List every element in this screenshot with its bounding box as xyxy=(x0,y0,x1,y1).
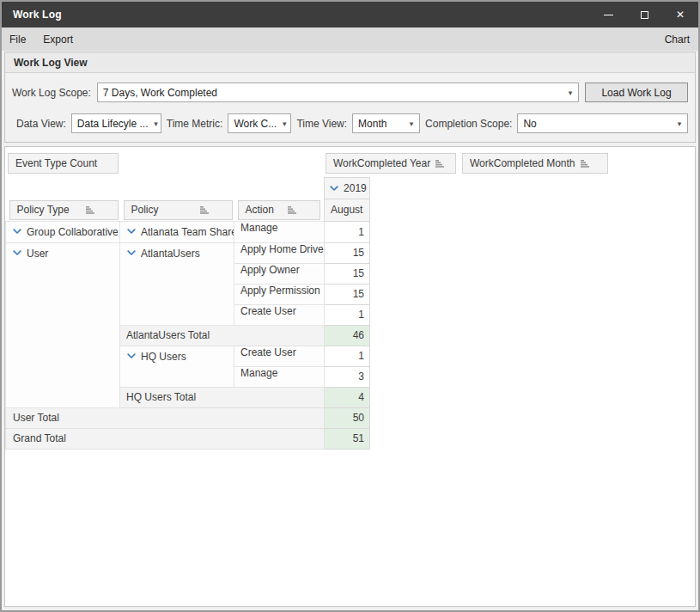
row-header-label: HQ Users xyxy=(141,351,186,363)
dropdown-arrow-icon: ▾ xyxy=(672,119,687,128)
row-header-label: User xyxy=(27,248,48,260)
data-view-value: Data Lifecyle ... xyxy=(77,118,149,130)
pivot-table: 2019 Policy Type Policy xyxy=(5,177,370,450)
row-header-label: AtlantaUsers xyxy=(141,248,200,260)
value-cell: 15 xyxy=(325,263,370,284)
work-log-view-panel: Work Log View Work Log Scope: 7 Days, Wo… xyxy=(4,52,696,143)
close-icon: ✕ xyxy=(676,9,685,21)
menu-item-file[interactable]: File xyxy=(2,34,34,46)
sort-bars-icon xyxy=(435,160,445,168)
row-header-action: Create User xyxy=(234,304,325,325)
column-header-2019: 2019 xyxy=(325,178,370,199)
collapse-chevron-icon[interactable] xyxy=(127,250,136,256)
data-field-label: Event Type Count xyxy=(15,157,97,169)
total-row-label: HQ Users Total xyxy=(120,387,325,407)
dropdown-arrow-icon: ▾ xyxy=(404,119,419,128)
completion-scope-combobox[interactable]: No ▾ xyxy=(517,113,688,133)
value-cell: 1 xyxy=(325,304,370,325)
row-header-group-collaborative: Group Collaborative xyxy=(6,221,120,242)
maximize-button[interactable] xyxy=(626,2,662,28)
scope-label: Work Log Scope: xyxy=(12,87,91,99)
load-work-log-button[interactable]: Load Work Log xyxy=(585,83,688,102)
maximize-icon xyxy=(641,11,648,19)
row-header-label: Atlanata Team Share xyxy=(141,226,234,238)
collapse-year-chevron-icon[interactable] xyxy=(330,186,338,192)
time-view-label: Time View: xyxy=(296,118,347,130)
table-row-total: User Total 50 xyxy=(6,407,370,428)
row-header-user: User xyxy=(6,242,120,407)
column-field-button-workcompleted-year[interactable]: WorkCompleted Year xyxy=(326,153,456,174)
row-header-label: Group Collaborative xyxy=(27,226,119,238)
pivot-grid-panel: Event Type Count WorkCompleted Year Work… xyxy=(4,146,696,607)
value-cell: 1 xyxy=(325,346,370,366)
collapse-chevron-icon[interactable] xyxy=(127,229,136,235)
total-value-cell: 50 xyxy=(325,407,370,428)
column-field-label: WorkCompleted Year xyxy=(333,157,430,169)
minimize-button[interactable] xyxy=(590,2,626,28)
dropdown-arrow-icon: ▾ xyxy=(277,119,291,128)
data-view-combobox[interactable]: Data Lifecyle ... ▾ xyxy=(71,113,161,133)
sort-bars-icon xyxy=(200,206,210,214)
panel-title: Work Log View xyxy=(5,52,695,73)
time-metric-label: Time Metric: xyxy=(167,118,223,130)
data-field-button-event-type-count[interactable]: Event Type Count xyxy=(8,153,119,174)
completion-scope-value: No xyxy=(523,118,536,130)
scope-value: 7 Days, Work Completed xyxy=(103,87,217,99)
close-button[interactable]: ✕ xyxy=(662,2,698,28)
row-field-button-action[interactable]: Action xyxy=(238,200,321,220)
value-cell: 15 xyxy=(325,242,370,263)
value-cell: 1 xyxy=(325,221,370,242)
sort-bars-icon xyxy=(288,206,297,214)
table-row-total: Grand Total 51 xyxy=(6,428,370,449)
dropdown-arrow-icon: ▾ xyxy=(149,119,161,128)
row-field-label: Action xyxy=(246,204,274,216)
table-row: User AtlantaUsers Apply Home Drive 15 xyxy=(6,242,370,263)
menubar: File Export Chart xyxy=(2,28,698,51)
work-log-window: Work Log ✕ File Export Chart Work Log Vi… xyxy=(0,0,700,612)
time-view-value: Month xyxy=(358,118,387,130)
work-log-scope-combobox[interactable]: 7 Days, Work Completed ▾ xyxy=(97,83,579,102)
total-row-label: User Total xyxy=(6,407,325,428)
time-metric-value: Work C... xyxy=(234,118,277,130)
row-field-cell: Policy Type xyxy=(6,199,120,222)
column-field-label: WorkCompleted Month xyxy=(470,157,575,169)
row-header-action: Manage xyxy=(234,366,325,387)
completion-scope-label: Completion Scope: xyxy=(425,118,512,130)
sort-bars-icon xyxy=(581,160,590,168)
row-header-action: Apply Owner xyxy=(234,263,325,284)
total-value-cell: 46 xyxy=(325,325,370,346)
collapse-chevron-icon[interactable] xyxy=(13,250,21,256)
titlebar: Work Log ✕ xyxy=(2,2,698,28)
menu-item-export[interactable]: Export xyxy=(34,34,82,46)
grand-total-value-cell: 51 xyxy=(325,428,370,449)
data-view-label: Data View: xyxy=(16,118,66,130)
row-header-action: Create User xyxy=(234,346,325,366)
row-header-atlanata-team-share: Atlanata Team Share xyxy=(120,221,234,242)
row-field-button-policy-type[interactable]: Policy Type xyxy=(9,200,119,220)
row-field-label: Policy Type xyxy=(17,204,70,216)
year-label: 2019 xyxy=(344,182,367,194)
table-row: Group Collaborative Atlanata Team Share … xyxy=(6,221,370,242)
collapse-chevron-icon[interactable] xyxy=(13,229,21,235)
row-header-action: Manage xyxy=(234,221,325,242)
menu-item-chart[interactable]: Chart xyxy=(665,34,698,46)
dropdown-arrow-icon: ▾ xyxy=(563,89,578,97)
collapse-chevron-icon[interactable] xyxy=(127,353,136,359)
row-field-button-policy[interactable]: Policy xyxy=(124,200,233,220)
time-view-combobox[interactable]: Month ▾ xyxy=(352,113,420,133)
filter-row: Data View: Data Lifecyle ... ▾ Time Metr… xyxy=(5,113,695,133)
row-header-action: Apply Permission xyxy=(234,284,325,304)
row-header-atlantausers: AtlantaUsers xyxy=(120,242,234,325)
row-header-hq-users: HQ Users xyxy=(120,346,234,387)
grand-total-label: Grand Total xyxy=(6,428,325,449)
value-cell: 3 xyxy=(325,366,370,387)
caption-buttons: ✕ xyxy=(590,2,698,28)
column-field-button-workcompleted-month[interactable]: WorkCompleted Month xyxy=(462,153,608,174)
row-field-cell: Action xyxy=(234,199,325,222)
time-metric-combobox[interactable]: Work C... ▾ xyxy=(228,113,291,133)
row-field-label: Policy xyxy=(131,204,159,216)
column-header-august: August xyxy=(325,199,370,222)
total-row-label: AtlantaUsers Total xyxy=(120,325,325,346)
window-title: Work Log xyxy=(2,9,62,21)
scope-row: Work Log Scope: 7 Days, Work Completed ▾… xyxy=(5,83,695,102)
